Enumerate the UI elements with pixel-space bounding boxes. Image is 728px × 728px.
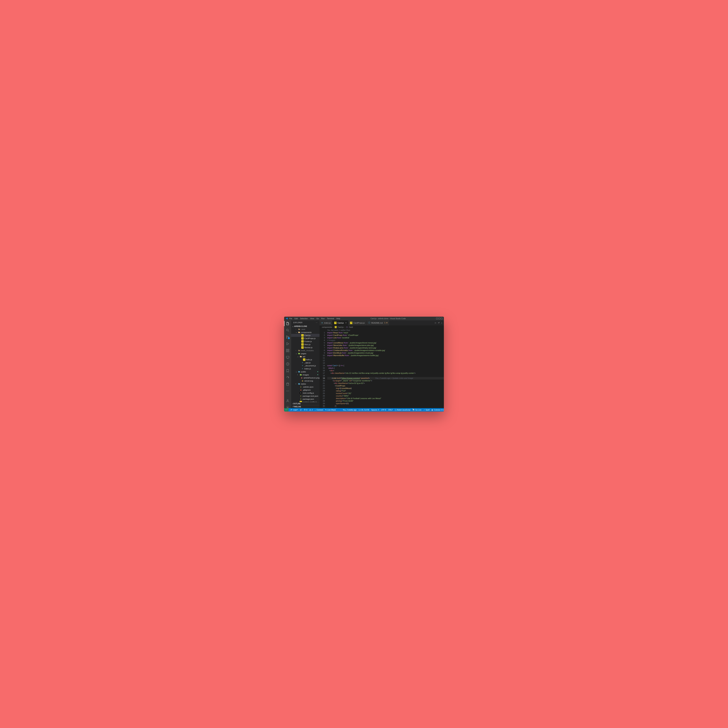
editor-tabs: ⚛index.jsJSCard.js×JSCardProps.jsⓘREADME…: [320, 320, 444, 326]
outline-section[interactable]: › OUTLINE: [291, 402, 320, 405]
tree-item-node_modules[interactable]: ›node_modules: [291, 349, 320, 352]
tree-item-next-config-js[interactable]: Nnext.config.js: [291, 392, 320, 395]
tree-item-postcss-config-js[interactable]: JSpostcss.config.js: [291, 401, 320, 402]
tree-item--gitignore[interactable]: ◆.gitignore: [291, 388, 320, 392]
tree-item--eslintrc-json[interactable]: {}.eslintrc.json: [291, 385, 320, 388]
spell[interactable]: ✓ Spell: [424, 409, 430, 411]
scm-icon[interactable]: 3: [286, 335, 289, 339]
timeline-section[interactable]: › TIMELINE: [291, 405, 320, 408]
tree-item-package-json[interactable]: {}package.json: [291, 398, 320, 401]
tree-item-images[interactable]: ›images: [291, 373, 320, 376]
tree-item-public[interactable]: ⌄public: [291, 370, 320, 373]
svg-rect-6: [288, 351, 289, 352]
svg-point-0: [286, 329, 288, 331]
indentation[interactable]: Spaces: 4: [371, 409, 379, 411]
tree-item-pages[interactable]: ⌄pages: [291, 352, 320, 355]
editor-area: ⚛index.jsJSCard.js×JSCardProps.jsⓘREADME…: [320, 320, 444, 408]
tree-item-api[interactable]: ⌄api: [291, 355, 320, 358]
tab-cardprops-js[interactable]: JSCardProps.js: [348, 320, 366, 326]
share-icon[interactable]: [286, 376, 289, 379]
tree-item-footer-js[interactable]: JSFooter.js: [291, 340, 320, 343]
vscode-logo-icon: [286, 317, 288, 320]
tree-item-cardprops-js[interactable]: JSCardProps.js: [291, 337, 320, 340]
tree-item-card-js[interactable]: JSCard.js: [291, 334, 320, 337]
remote-icon[interactable]: [286, 355, 289, 359]
settings-gear-icon[interactable]: [286, 405, 289, 409]
sidebar-title: EXPLORER: [293, 322, 302, 324]
tree-item-package-lock-json[interactable]: {}package-lock.json: [291, 395, 320, 398]
go-live[interactable]: 📡 Go Live: [412, 409, 421, 411]
git-branch[interactable]: main*: [291, 409, 298, 411]
connect[interactable]: ⟂ Connect: [315, 409, 323, 411]
menu-go[interactable]: Go: [317, 318, 319, 320]
menu-view[interactable]: View: [310, 318, 314, 320]
search-icon[interactable]: [286, 329, 289, 332]
split-icon[interactable]: ⫞: [441, 322, 442, 324]
svg-rect-8: [286, 356, 289, 358]
debug-icon[interactable]: [286, 342, 289, 346]
tree-item-hero-js[interactable]: JSHero.js: [291, 343, 320, 346]
scm-badge: 3: [288, 337, 290, 339]
eol[interactable]: CRLF: [388, 409, 393, 411]
explorer-icon[interactable]: [286, 322, 289, 326]
tree-item-navbar-js[interactable]: JSNavbar.js: [291, 346, 320, 349]
liveshare-icon[interactable]: [286, 362, 289, 366]
history-icon[interactable]: ↺: [438, 322, 439, 324]
extensions-icon[interactable]: [286, 349, 289, 352]
svg-rect-4: [286, 349, 288, 350]
liveshare[interactable]: ↻ Live Share: [325, 409, 336, 411]
menu-file[interactable]: File: [289, 318, 292, 320]
bookmark-icon[interactable]: [286, 369, 289, 373]
menu-edit[interactable]: Edit: [295, 318, 298, 320]
code-content[interactable]: You, last week | 1 author (You)import Re…: [327, 329, 444, 408]
title-bar: FileEditSelectionViewGoRunTerminalHelp C…: [284, 317, 444, 320]
project-header[interactable]: ⌄AIRBNB-CLONE: [291, 325, 320, 328]
sync-icon[interactable]: [300, 409, 302, 411]
tab-card-js[interactable]: JSCard.js×: [332, 320, 348, 326]
database-icon[interactable]: [286, 382, 289, 386]
tree-item-components[interactable]: ⌄components: [291, 331, 320, 334]
file-tree: ›.next⌄componentsJSCard.jsJSCardProps.js…: [291, 328, 320, 402]
vscode-window: FileEditSelectionViewGoRunTerminalHelp C…: [284, 317, 444, 411]
more-icon[interactable]: [286, 389, 289, 393]
menu-selection[interactable]: Selection: [300, 318, 308, 320]
sidebar-more-icon[interactable]: ⋯: [316, 322, 318, 324]
tree-item-airbnbfavicon-png[interactable]: ▦airbnbFavicon.png: [291, 376, 320, 379]
run-icon[interactable]: ▷: [435, 322, 436, 324]
account-icon[interactable]: [286, 399, 289, 402]
tree-item-styles[interactable]: ›styles: [291, 382, 320, 385]
window-controls[interactable]: [436, 318, 442, 319]
cursor-position[interactable]: Ln 19, Col 56: [359, 409, 369, 411]
problems[interactable]: 0 2: [304, 409, 313, 411]
code-editor[interactable]: 1234567891011121314151617181920212223242…: [320, 329, 444, 408]
code-lens[interactable]: You, last week | 1 author (You): [327, 329, 444, 332]
close-icon[interactable]: ×: [345, 322, 346, 324]
menu-terminal[interactable]: Terminal: [327, 318, 334, 320]
status-bar: main* 0 2 ⟂ Connect ↻ Live Share 👤 You, …: [284, 408, 444, 411]
tab-index-js[interactable]: ⚛index.js: [320, 320, 332, 326]
activity-bar: 3: [284, 320, 291, 408]
sidebar: EXPLORER ⋯ ⌄AIRBNB-CLONE ›.next⌄componen…: [291, 320, 320, 408]
menu-run[interactable]: Run: [321, 318, 324, 320]
line-gutter: 1234567891011121314151617181920212223242…: [320, 329, 327, 408]
colorize[interactable]: ◐ Colorize: 0 variables: [431, 409, 444, 411]
tree-item-hello-js[interactable]: JShello.js: [291, 358, 320, 361]
window-title: Card.js - airbnb-clone - Visual Studio C…: [340, 318, 436, 320]
tree-item--next[interactable]: ›.next: [291, 328, 320, 331]
svg-point-15: [287, 407, 288, 408]
svg-point-10: [287, 383, 289, 384]
tab-readme-md[interactable]: ⓘREADME.md2, M: [367, 320, 390, 326]
tree-item-_document-js[interactable]: ⚛_document.js: [291, 364, 320, 367]
svg-point-11: [286, 391, 287, 391]
tree-item-index-js[interactable]: ⚛index.js: [291, 367, 320, 370]
tree-item-_app-js[interactable]: ⚛_app.js: [291, 361, 320, 364]
breadcrumb[interactable]: components› JSCard.js› ⬡Card: [320, 326, 444, 329]
menu-bar: FileEditSelectionViewGoRunTerminalHelp: [289, 318, 340, 320]
git-blame-status[interactable]: 👤 You, 2 weeks ago: [340, 409, 357, 411]
menu-help[interactable]: Help: [336, 318, 340, 320]
encoding[interactable]: UTF-8: [381, 409, 386, 411]
language-mode[interactable]: { } Babel JavaScript: [395, 409, 410, 411]
tree-item-vercel-svg[interactable]: ▦vercel.svg: [291, 379, 320, 382]
svg-rect-7: [288, 349, 289, 350]
svg-point-13: [289, 391, 289, 391]
